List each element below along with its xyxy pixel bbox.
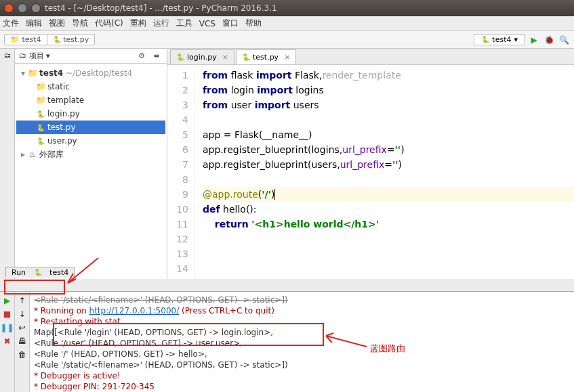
line-gutter: 1234567891011121314: [167, 65, 194, 279]
window-title: test4 - [~/Desktop/test4] - .../test.py …: [45, 3, 277, 13]
console-line: <Rule '/' (HEAD, OPTIONS, GET) -> hello>…: [34, 349, 570, 360]
console-line: <Rule '/static/<filename>' (HEAD, OPTION…: [34, 295, 570, 305]
tree-item-login-py[interactable]: login.py: [16, 107, 165, 121]
menu-code[interactable]: 代码(C): [95, 18, 123, 29]
main-content: 🗂 🗂 项目 ▾ ⚙ ⬌ ▾📁 test4 ~/Desktop/test4 📁s…: [0, 49, 574, 279]
panel-hide-icon[interactable]: ⬌: [150, 50, 163, 62]
window-close-button[interactable]: [4, 3, 14, 13]
code-editor[interactable]: 1234567891011121314 from flask import Fl…: [167, 65, 574, 279]
window-titlebar: test4 - [~/Desktop/test4] - .../test.py …: [0, 0, 574, 16]
tree-item-test-py[interactable]: test.py: [16, 121, 165, 134]
run-config-selector[interactable]: test4 ▾: [474, 34, 525, 45]
clear-icon[interactable]: 🗑: [18, 350, 26, 360]
run-toolbar-left: ▶ ■ ❚❚ ✖: [0, 292, 15, 392]
project-panel: 🗂 项目 ▾ ⚙ ⬌ ▾📁 test4 ~/Desktop/test4 📁sta…: [15, 49, 167, 279]
rerun-button[interactable]: ▶: [4, 296, 10, 305]
tree-item-static[interactable]: 📁static: [16, 80, 165, 93]
run-toolwindow-tab[interactable]: Run test4: [5, 267, 75, 278]
run-toolwindow: ▶ ■ ❚❚ ✖ ↑ ↓ ↩ 🖶 🗑 <Rule '/static/<filen…: [0, 291, 574, 392]
pause-button[interactable]: ❚❚: [0, 323, 14, 332]
console-line: Map([<Rule '/login' (HEAD, OPTIONS, GET)…: [34, 327, 570, 338]
window-maximize-button[interactable]: [31, 3, 41, 13]
project-tool-button[interactable]: 🗂: [4, 51, 11, 59]
tree-item-template[interactable]: 📁template: [16, 93, 165, 107]
console-line: * Debugger is active!: [34, 370, 570, 381]
search-icon[interactable]: 🔍: [558, 34, 570, 46]
tree-external-libs[interactable]: ▸♨外部库: [16, 148, 165, 161]
menu-run[interactable]: 运行: [153, 18, 169, 29]
menu-tools[interactable]: 工具: [176, 18, 192, 29]
main-menubar: 文件 编辑 视图 导航 代码(C) 重构 运行 工具 VCS 窗口 帮助: [0, 16, 574, 31]
menu-refactor[interactable]: 重构: [130, 18, 146, 29]
panel-settings-icon[interactable]: ⚙: [136, 50, 148, 62]
soft-wrap-icon[interactable]: ↩: [18, 323, 25, 332]
breadcrumb-root[interactable]: 📁 test4: [4, 34, 47, 45]
close-tab-icon[interactable]: ×: [222, 53, 228, 62]
console-line: <Rule '/static/<filename>' (HEAD, OPTION…: [34, 360, 570, 370]
left-tool-strip: 🗂: [0, 49, 15, 279]
run-toolbar-left2: ↑ ↓ ↩ 🖶 🗑: [15, 292, 30, 392]
down-icon[interactable]: ↓: [18, 309, 25, 319]
editor-area: login.py× test.py× 1234567891011121314 f…: [167, 49, 574, 279]
close-tab-icon[interactable]: ×: [284, 53, 290, 62]
server-url-link[interactable]: http://127.0.0.1:5000/: [89, 306, 180, 315]
stop-button[interactable]: ■: [3, 309, 11, 319]
debug-button[interactable]: 🐞: [543, 34, 555, 46]
menu-file[interactable]: 文件: [3, 18, 19, 29]
tree-root[interactable]: ▾📁 test4 ~/Desktop/test4: [16, 66, 165, 80]
up-icon[interactable]: ↑: [18, 296, 25, 305]
breadcrumb-file[interactable]: test.py: [47, 34, 96, 45]
run-button[interactable]: ▶: [528, 34, 540, 46]
project-tree[interactable]: ▾📁 test4 ~/Desktop/test4 📁static 📁templa…: [15, 64, 167, 164]
editor-tab-login[interactable]: login.py×: [170, 49, 234, 64]
menu-view[interactable]: 视图: [49, 18, 65, 29]
close-run-button[interactable]: ✖: [3, 336, 10, 346]
editor-tab-test[interactable]: test.py×: [236, 49, 296, 64]
menu-window[interactable]: 窗口: [222, 18, 239, 29]
console-line: * Running on http://127.0.0.1:5000/ (Pre…: [34, 305, 570, 316]
code-body[interactable]: from flask import Flask,render_template …: [194, 65, 574, 279]
editor-tabs: login.py× test.py×: [167, 49, 574, 65]
window-minimize-button[interactable]: [18, 3, 27, 13]
annotation-label: 蓝图路由: [370, 343, 405, 355]
menu-edit[interactable]: 编辑: [26, 18, 42, 29]
print-icon[interactable]: 🖶: [18, 336, 26, 346]
console-line: * Restarting with stat: [34, 316, 570, 327]
menu-help[interactable]: 帮助: [245, 18, 262, 29]
menu-navigate[interactable]: 导航: [72, 18, 88, 29]
menu-vcs[interactable]: VCS: [199, 19, 216, 28]
console-line: * Debugger PIN: 291-720-345: [34, 381, 570, 392]
console-line: <Rule '/user' (HEAD, OPTIONS, GET) -> us…: [34, 338, 570, 349]
tree-item-user-py[interactable]: user.py: [16, 134, 165, 148]
run-console[interactable]: <Rule '/static/<filename>' (HEAD, OPTION…: [30, 292, 574, 392]
project-panel-header: 🗂 项目 ▾ ⚙ ⬌: [15, 49, 167, 64]
navigation-bar: 📁 test4 test.py test4 ▾ ▶ 🐞 🔍: [0, 31, 574, 49]
